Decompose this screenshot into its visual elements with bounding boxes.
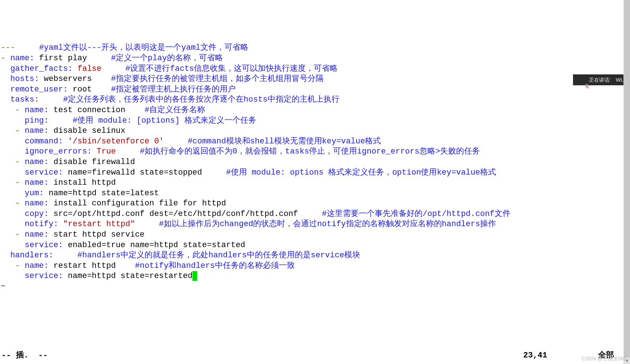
code-line[interactable]: service: enabled=true name=httpd state=s…: [1, 240, 629, 251]
vim-mode: -- 插. --: [1, 351, 48, 361]
code-token: [49, 116, 73, 125]
code-token: [1, 137, 25, 146]
code-token: #设置不进行facts信息收集，这可以加快执行速度，可省略: [125, 64, 338, 73]
code-token: name=firewalld state=stopped: [63, 168, 226, 177]
voice-call-overlay[interactable]: 正在讲话: WL;: [573, 74, 630, 85]
code-token: [1, 64, 10, 73]
code-line[interactable]: hosts: webservers #指定要执行任务的被管理主机组，如多个主机组…: [1, 74, 629, 85]
code-line[interactable]: - name: test connection #自定义任务名称: [1, 105, 629, 116]
code-token: #定义一个play的名称，可省略: [111, 54, 223, 63]
code-token: name:: [25, 230, 49, 239]
code-line[interactable]: - name: install httpd: [1, 178, 629, 188]
code-line[interactable]: command: '/sbin/setenforce 0' #command模块…: [1, 136, 629, 147]
code-token: name:: [25, 106, 49, 115]
code-token: webservers: [39, 74, 111, 83]
code-token: ping:: [25, 116, 49, 125]
code-line[interactable]: ignore_errors: True #如执行命令的返回值不为0，就会报错，t…: [1, 147, 629, 157]
code-line[interactable]: service: name=httpd state=restarted: [1, 271, 629, 282]
vertical-scrollbar[interactable]: ▲ ▼: [623, 0, 630, 364]
code-token: src=/opt/httpd.conf dest=/etc/httpd/conf…: [49, 209, 322, 218]
code-token: [1, 209, 25, 218]
code-line[interactable]: - name: start httpd service: [1, 230, 629, 240]
code-token: [164, 137, 188, 146]
code-token: install httpd: [49, 178, 116, 187]
code-token: [1, 116, 25, 125]
code-token: enabled=true name=httpd state=started: [63, 241, 245, 250]
code-token: "restart httpd": [63, 220, 135, 229]
code-token: false: [77, 64, 101, 73]
code-token: #使用 module: [options] 格式来定义一个任务: [73, 116, 256, 125]
code-token: -: [1, 106, 25, 115]
code-token: name=httpd state=latest: [44, 189, 159, 198]
code-line[interactable]: remote_user: root #指定被管理主机上执行任务的用户: [1, 85, 629, 95]
code-token: ~: [1, 282, 5, 291]
code-token: #command模块和shell模块无需使用key=value格式: [188, 137, 381, 146]
code-token: name:: [10, 54, 34, 63]
scroll-thumb[interactable]: [624, 0, 630, 364]
code-token: yum:: [25, 189, 44, 198]
code-line[interactable]: ~: [1, 282, 629, 292]
code-token: handlers:: [10, 251, 53, 260]
cursor-position: 23,41: [523, 351, 547, 361]
code-token: [1, 272, 25, 281]
code-token: '/sbin/setenforce 0': [68, 137, 164, 146]
code-line[interactable]: - name: install configuration file for h…: [1, 199, 629, 209]
code-line[interactable]: ping: #使用 module: [options] 格式来定义一个任务: [1, 116, 629, 126]
code-line[interactable]: - name: first play #定义一个play的名称，可省略: [1, 53, 629, 64]
code-token: #自定义任务名称: [145, 106, 205, 115]
code-token: [116, 147, 140, 156]
code-token: [92, 147, 97, 156]
code-token: [1, 241, 25, 250]
code-token: [53, 251, 77, 260]
code-line[interactable]: --- #yaml文件以---开头，以表明这是一个yaml文件，可省略: [1, 43, 629, 53]
editor-area[interactable]: --- #yaml文件以---开头，以表明这是一个yaml文件，可省略- nam…: [0, 41, 630, 294]
code-token: #这里需要一个事先准备好的/opt/httpd.conf文件: [322, 209, 511, 218]
code-token: test connection: [49, 106, 145, 115]
code-token: #如以上操作后为changed的状态时，会通过notify指定的名称触发对应名称…: [159, 220, 496, 229]
code-token: [63, 137, 68, 146]
vim-status-bar: -- 插. -- 23,41 全部: [0, 351, 630, 361]
code-token: -: [1, 158, 25, 167]
microphone-muted-icon[interactable]: [578, 77, 584, 83]
code-token: gather_facts:: [10, 64, 73, 73]
code-token: -: [1, 54, 10, 63]
code-line[interactable]: - name: disable selinux: [1, 126, 629, 136]
code-token: [135, 220, 159, 229]
code-token: remote_user:: [10, 85, 68, 94]
code-line[interactable]: gather_facts: false #设置不进行facts信息收集，这可以加…: [1, 64, 629, 74]
text-cursor: [192, 271, 197, 281]
speaking-label: 正在讲话:: [589, 77, 611, 83]
code-token: service:: [25, 241, 63, 250]
code-token: name:: [25, 261, 49, 270]
code-token: tasks:: [10, 95, 39, 104]
code-token: install configuration file for httpd: [49, 199, 226, 208]
code-token: notify:: [25, 220, 58, 229]
code-token: [58, 220, 63, 229]
code-token: #如执行命令的返回值不为0，就会报错，tasks停止，可使用ignore_err…: [140, 147, 480, 156]
code-token: -: [1, 261, 25, 270]
code-line[interactable]: - name: restart httpd #notify和handlers中任…: [1, 261, 629, 271]
code-token: service:: [25, 272, 63, 281]
watermark-text: CSDN @王德发666: [582, 355, 626, 362]
code-line[interactable]: yum: name=httpd state=latest: [1, 188, 629, 199]
code-token: first play: [34, 54, 111, 63]
code-token: [1, 220, 25, 229]
code-token: root: [68, 85, 111, 94]
code-token: [1, 251, 10, 260]
code-token: #指定要执行任务的被管理主机组，如多个主机组用冒号分隔: [111, 74, 324, 83]
code-token: [1, 168, 25, 177]
code-token: [39, 95, 63, 104]
code-line[interactable]: notify: "restart httpd" #如以上操作后为changed的…: [1, 219, 629, 230]
code-line[interactable]: - name: disable firewalld: [1, 157, 629, 168]
code-token: hosts:: [10, 74, 39, 83]
code-token: copy:: [25, 209, 49, 218]
code-token: -: [1, 126, 25, 135]
code-line[interactable]: tasks: #定义任务列表，任务列表中的各任务按次序逐个在hosts中指定的主…: [1, 95, 629, 105]
code-line[interactable]: handlers: #handlers中定义的就是任务，此处handlers中的…: [1, 250, 629, 261]
code-token: -: [1, 230, 25, 239]
code-token: -: [1, 199, 25, 208]
code-token: name:: [25, 178, 49, 187]
code-line[interactable]: service: name=firewalld state=stopped #使…: [1, 168, 629, 178]
code-token: [1, 74, 10, 83]
code-line[interactable]: copy: src=/opt/httpd.conf dest=/etc/http…: [1, 209, 629, 220]
